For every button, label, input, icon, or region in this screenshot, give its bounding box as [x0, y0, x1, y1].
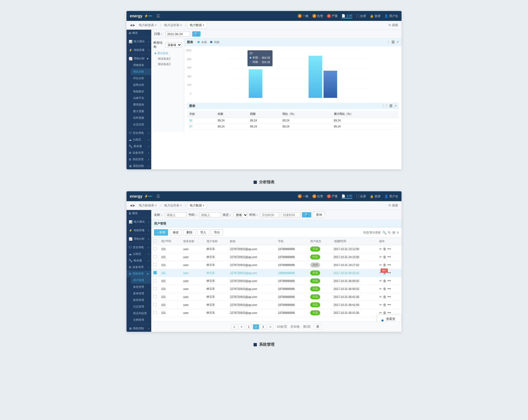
row6-checkbox[interactable] [153, 287, 157, 290]
sidebar2-safe[interactable]: 🛡 安全用电 › [127, 244, 151, 251]
tree-item-1[interactable]: 测试电表 [153, 51, 182, 56]
row1-delete-icon[interactable]: 🗑 [383, 247, 386, 251]
sidebar2-sysctl[interactable]: 🖥 系统控制 › [127, 325, 151, 332]
nav-severe-2[interactable]: 0 严重 [327, 194, 338, 198]
breadcrumb-tab-2-1[interactable]: 电力标值表 × [137, 203, 159, 208]
row6-more-icon[interactable]: ••• [387, 287, 391, 291]
row9-delete-icon[interactable]: 🗑 [383, 311, 386, 315]
sidebar-safe-power[interactable]: 🛡 安全用电 › [127, 130, 151, 136]
row2-edit-icon[interactable]: ✏ [379, 255, 382, 259]
status-select[interactable]: 所有 开启 关闭 [233, 212, 248, 218]
sort-icon[interactable]: ↑ [373, 240, 374, 242]
sidebar-peak[interactable]: 尖峰平谷 [131, 95, 151, 101]
table-icon-3[interactable]: ↗ [394, 104, 397, 108]
row5-checkbox[interactable] [153, 279, 157, 282]
search-icon-btn[interactable]: 🔍 [302, 212, 311, 217]
nav-fullscreen-2[interactable]: ⛶ 全屏 [356, 194, 366, 198]
nav-lock[interactable]: 🔒 锁屏 [370, 14, 381, 18]
row3-edit-icon[interactable]: ✏ [379, 263, 382, 267]
row5-delete-icon[interactable]: 🗑 [383, 279, 386, 283]
sidebar-system[interactable]: ⚙ 系统管理 › [127, 156, 151, 163]
nav-general[interactable]: 0 一般 [298, 14, 309, 18]
search-icon-right[interactable]: 🔍 [382, 231, 386, 234]
row8-edit-icon[interactable]: ✏ [379, 303, 382, 307]
sidebar2-user-mgmt[interactable]: 用户管理 [131, 277, 151, 284]
row7-edit-icon[interactable]: ✏ [379, 295, 382, 299]
row5-edit-icon[interactable]: ✏ [379, 279, 382, 283]
add-user-button[interactable]: + 新增 [154, 229, 168, 236]
num-input[interactable] [199, 212, 221, 217]
time-end-input[interactable] [281, 212, 300, 217]
sidebar-sysctl[interactable]: 🖥 系统控制 › [127, 163, 151, 169]
row5-more-icon[interactable]: ••• [387, 279, 391, 283]
sidebar-power-quality[interactable]: ⚡ 电能质量 › [127, 47, 151, 53]
row9-more-icon[interactable]: ••• [387, 311, 391, 315]
nav-lock-2[interactable]: 🔒 锁屏 [370, 194, 381, 198]
sidebar-collect[interactable]: 电能集抄 [131, 88, 151, 95]
refresh-btn[interactable]: ↻ 刷新 [389, 23, 398, 27]
sidebar2-doc-mgmt[interactable]: 文档管理 [131, 317, 151, 323]
row1-more-icon[interactable]: ••• [387, 247, 391, 251]
nav-alert[interactable]: 0 告警 [312, 14, 323, 18]
sidebar2-cloud[interactable]: ☁ 云组态 › [127, 251, 151, 257]
row3-delete-icon[interactable]: 🗑 [383, 263, 386, 267]
row8-more-icon[interactable]: ••• [387, 303, 391, 307]
sidebar-energy-report[interactable]: 用能报表 [131, 62, 151, 68]
hamburger-icon[interactable]: ☰ [156, 14, 160, 18]
sidebar2-pq[interactable]: ⚡ 电能质量 › [127, 227, 151, 234]
export-button[interactable]: 导出 [211, 229, 223, 236]
nav-alert-2[interactable]: 0 告警 [312, 194, 323, 198]
popup-view-profile[interactable]: 👤 查看资料 [377, 316, 401, 321]
sidebar-power-test[interactable]: 📊 电力测试 › [127, 38, 151, 45]
sidebar2-contact-mgmt[interactable]: 联系管理 [131, 297, 151, 303]
sidebar-device[interactable]: ⚙ 设备管理 › [127, 150, 151, 156]
nav-docs[interactable]: 📄 文档 [342, 14, 352, 18]
breadcrumb-tab-2-2[interactable]: 电力运作表 × [162, 203, 184, 208]
nav-general-2[interactable]: 0 一般 [298, 194, 309, 198]
time-start-input[interactable] [260, 212, 279, 217]
date-input[interactable] [165, 32, 190, 37]
nav-user[interactable]: 👤 用户名 [384, 14, 398, 18]
sidebar-elec-analysis[interactable]: 📈 用电分析 ▼ [127, 55, 151, 62]
page-1-btn[interactable]: 1 [246, 324, 252, 329]
row7-more-icon[interactable]: ••• [387, 295, 391, 299]
sidebar2-ea[interactable]: 📈 用电分析 › [127, 236, 151, 242]
row8-delete-icon[interactable]: 🗑 [383, 303, 386, 307]
row3-more-icon[interactable]: ••• [387, 263, 391, 267]
row2-more-icon[interactable]: ••• [387, 255, 391, 259]
delete-button[interactable]: 删除 [183, 229, 196, 236]
chart-action-icon-2[interactable]: 🖼 [392, 40, 395, 44]
import-button[interactable]: 导入 [197, 229, 209, 236]
sidebar2-inspect[interactable]: 🔧 检友服 › [127, 257, 151, 264]
breadcrumb-tab-2-3[interactable]: 电力数据 × [187, 202, 207, 209]
page-next-btn[interactable]: > [267, 324, 273, 329]
sidebar-max-demand[interactable]: 最大需量 [131, 108, 151, 115]
sidebar-enterprise[interactable]: 企业总览 [131, 121, 151, 128]
row6-edit-icon[interactable]: ✏ [379, 287, 382, 291]
sidebar-cost[interactable]: 费用报表 [131, 101, 151, 108]
sidebar-trend[interactable]: 趋势分析 [131, 82, 151, 88]
tree-dropdown[interactable]: 设备域 [165, 42, 182, 48]
sidebar2-auth-settings[interactable]: 前证列设置 [131, 310, 151, 317]
row9-checkbox[interactable] [153, 311, 157, 314]
page-first-btn[interactable]: « [231, 324, 237, 329]
sidebar2-log-mgmt[interactable]: 日志管理 [131, 303, 151, 310]
modify-button[interactable]: 修改 [170, 229, 182, 236]
table-icon-2[interactable]: 🖼 [389, 104, 392, 108]
row9-edit-icon[interactable]: ✏ [379, 311, 382, 315]
sidebar-comparison[interactable]: 同比分析 [131, 68, 151, 75]
breadcrumb-tab-1[interactable]: 电力标值表 × [137, 22, 159, 28]
page-2-btn[interactable]: 2 [253, 324, 259, 329]
breadcrumb-tab-3[interactable]: 电力数据 × [187, 22, 207, 28]
date-search-btn[interactable]: 🔍 [192, 31, 200, 37]
page-last-btn[interactable]: 尾 [314, 324, 321, 330]
row7-checkbox[interactable] [153, 295, 157, 298]
grid-icon[interactable]: ⊞ [392, 231, 395, 234]
sidebar2-menu-mgmt[interactable]: 菜单管理 [131, 290, 151, 297]
refresh-icon-right[interactable]: ↻ [388, 231, 391, 234]
nav-severe[interactable]: 0 严重 [327, 14, 338, 18]
chart-action-icon-1[interactable]: ⋮ [387, 40, 390, 44]
refresh-btn-2[interactable]: ↻ 刷新 [389, 203, 398, 208]
sidebar2-device[interactable]: ⚙ 设备管理 › [127, 264, 151, 270]
page-3-btn[interactable]: 3 [260, 324, 266, 329]
